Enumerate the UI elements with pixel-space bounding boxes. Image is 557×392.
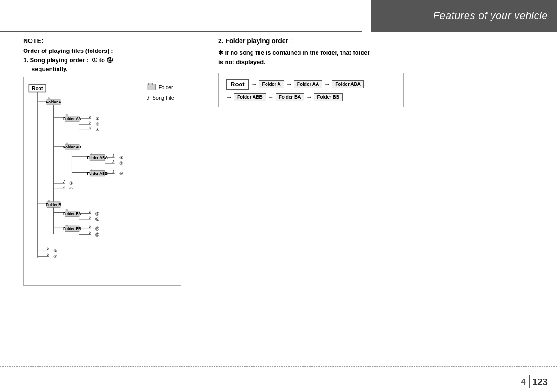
svg-text:Folder AB: Folder AB xyxy=(63,145,81,149)
svg-text:♪: ♪ xyxy=(112,153,115,158)
svg-text:Folder BA: Folder BA xyxy=(63,212,81,216)
order-folder-aba: Folder ABA xyxy=(332,80,364,88)
svg-text:Folder AA: Folder AA xyxy=(63,117,81,121)
note-section: NOTE: Order of playing files (folders) :… xyxy=(23,37,200,286)
arrow-1: → xyxy=(251,81,257,88)
svg-text:⑭: ⑭ xyxy=(95,232,99,237)
svg-text:♪: ♪ xyxy=(88,224,91,229)
svg-text:Folder ABB: Folder ABB xyxy=(87,172,108,176)
footer-divider xyxy=(529,375,530,388)
svg-text:♪: ♪ xyxy=(88,114,91,119)
order-folder-aa: Folder AA xyxy=(294,80,322,88)
svg-text:♪: ♪ xyxy=(88,119,91,125)
svg-text:♪: ♪ xyxy=(88,125,91,130)
tree-diagram: Root Folder A Folder AA ♪ ⑤ xyxy=(28,82,177,282)
order-root: Root xyxy=(226,79,249,90)
song-order-text: 1. Song playing order : ① to ⑭ xyxy=(23,56,113,64)
svg-text:⑧: ⑧ xyxy=(119,155,123,160)
svg-text:⑦: ⑦ xyxy=(96,128,99,132)
order-folder-abb: Folder ABB xyxy=(234,93,266,101)
svg-text:♪: ♪ xyxy=(63,184,65,189)
song-order-line: 1. Song playing order : ① to ⑭ xyxy=(23,56,200,64)
folder-order-title: 2. Folder playing order : xyxy=(218,37,552,45)
svg-text:♪: ♪ xyxy=(112,158,115,164)
note-star: ✱ If no song file is contained in the fo… xyxy=(218,48,376,66)
footer: 4 123 xyxy=(0,366,557,392)
svg-text:♪: ♪ xyxy=(88,209,91,214)
order-folder-bb: Folder BB xyxy=(314,93,343,101)
svg-text:Folder A: Folder A xyxy=(46,100,61,104)
sequentially-text: sequentially. xyxy=(32,65,200,72)
svg-text:③: ③ xyxy=(69,181,73,186)
svg-text:♪: ♪ xyxy=(88,214,91,220)
svg-text:♪: ♪ xyxy=(112,168,115,174)
footer-page: 4 123 xyxy=(521,375,548,388)
diagram-box: Folder ♪ Song File Root Folder A xyxy=(23,77,181,286)
svg-text:④: ④ xyxy=(69,186,73,191)
svg-text:⑤: ⑤ xyxy=(96,116,99,121)
note-subtitle: Order of playing files (folders) : xyxy=(23,47,200,54)
footer-page-right: 123 xyxy=(532,377,548,387)
order-folder-a: Folder A xyxy=(259,80,284,88)
svg-text:⑨: ⑨ xyxy=(119,161,123,166)
svg-text:②: ② xyxy=(53,254,57,259)
header: Features of your vehicle xyxy=(0,0,557,32)
svg-text:①: ① xyxy=(53,249,57,253)
order-diagram: Root → Folder A → Folder AA → Folder ABA… xyxy=(218,73,404,107)
svg-text:♪: ♪ xyxy=(46,245,49,251)
arrow-3: → xyxy=(324,81,330,88)
order-row-1: Root → Folder A → Folder AA → Folder ABA xyxy=(226,79,396,90)
header-bar: Features of your vehicle xyxy=(371,0,557,32)
right-section: 2. Folder playing order : ✱ If no song f… xyxy=(218,37,552,107)
svg-text:♪: ♪ xyxy=(88,230,91,235)
arrow-6: → xyxy=(306,94,312,101)
order-row-2: → Folder ABB → Folder BA → Folder BB xyxy=(226,93,396,101)
svg-text:♪: ♪ xyxy=(63,178,65,184)
arrow-4: → xyxy=(226,94,232,101)
header-line xyxy=(0,31,362,32)
arrow-2: → xyxy=(286,81,292,88)
svg-text:⑪: ⑪ xyxy=(95,212,99,216)
main-content: NOTE: Order of playing files (folders) :… xyxy=(23,37,543,364)
footer-page-num: 4 xyxy=(521,377,526,387)
svg-text:⑥: ⑥ xyxy=(96,122,99,127)
svg-text:Folder BB: Folder BB xyxy=(63,227,81,231)
svg-text:Folder B: Folder B xyxy=(46,203,61,207)
svg-text:♪: ♪ xyxy=(46,251,49,257)
svg-text:⑩: ⑩ xyxy=(119,171,123,176)
page-title: Features of your vehicle xyxy=(433,10,548,22)
note-title: NOTE: xyxy=(23,37,200,45)
svg-text:⑬: ⑬ xyxy=(95,226,99,231)
footer-dashes xyxy=(0,366,557,367)
svg-text:Folder ABA: Folder ABA xyxy=(87,156,108,160)
svg-text:⑫: ⑫ xyxy=(95,217,99,222)
order-folder-ba: Folder BA xyxy=(276,93,304,101)
svg-text:Root: Root xyxy=(32,86,43,91)
arrow-5: → xyxy=(268,94,274,101)
